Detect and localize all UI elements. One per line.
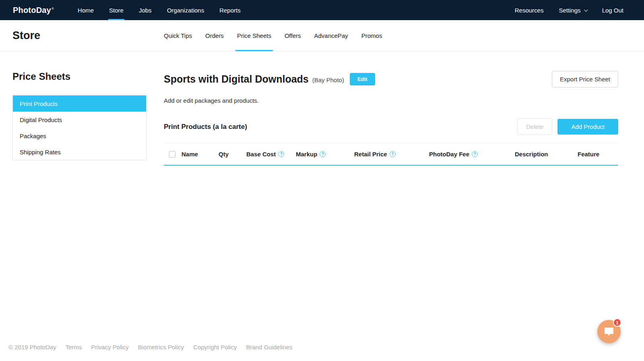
footer-link-brand-guidelines[interactable]: Brand Guidelines [246,344,292,351]
sidebar-menu: Print Products Digital Products Packages… [12,95,147,160]
column-label: Name [182,151,198,158]
sheet-description: Add or edit packages and products. [164,97,618,104]
table-header-row: Name Qty Base Cost ? Markup ? Retail Pri… [164,143,618,166]
column-label: Description [515,151,548,158]
price-sheet-detail: Sports with Digital Downloads (Bay Photo… [164,71,618,166]
column-label: Base Cost [246,151,276,158]
content-area: Price Sheets Print Products Digital Prod… [0,52,644,166]
nav-home[interactable]: Home [78,0,94,20]
column-label: Markup [296,151,317,158]
help-icon[interactable]: ? [472,151,478,157]
section-title: Print Products (a la carte) [164,123,247,131]
column-label: PhotoDay Fee [429,151,469,158]
primary-nav: Home Store Jobs Organizations Reports [70,0,248,20]
column-header-photoday-fee: PhotoDay Fee ? [429,151,515,158]
column-header-description: Description [515,151,578,158]
column-label: Retail Price [354,151,387,158]
table-header-select [164,151,182,158]
help-icon[interactable]: ? [278,151,284,157]
nav-jobs[interactable]: Jobs [139,0,152,20]
footer-link-terms[interactable]: Terms [66,344,82,351]
page-title: Store [12,20,164,51]
column-header-retail-price: Retail Price ? [354,151,429,158]
add-product-button[interactable]: Add Product [557,119,618,135]
secondary-nav: Resources Settings Log Out [507,0,631,20]
delete-button[interactable]: Delete [517,118,552,135]
sheet-title: Sports with Digital Downloads [164,74,309,85]
column-header-feature: Feature [578,151,618,158]
footer-link-copyright-policy[interactable]: Copyright Policy [193,344,237,351]
chat-launcher-button[interactable]: 1 [597,320,621,343]
nav-resources[interactable]: Resources [515,0,544,20]
help-icon[interactable]: ? [390,151,396,157]
store-tabs: Quick Tips Orders Price Sheets Offers Ad… [164,20,395,51]
tab-offers[interactable]: Offers [285,20,301,51]
copyright-text: © 2019 PhotoDay [8,344,56,351]
tab-price-sheets[interactable]: Price Sheets [237,20,271,51]
tab-advancepay[interactable]: AdvancePay [314,20,348,51]
sidebar-title: Price Sheets [12,71,147,82]
tab-orders[interactable]: Orders [205,20,224,51]
sheet-header: Sports with Digital Downloads (Bay Photo… [164,71,618,87]
brand-trademark: ® [52,7,54,10]
column-header-base-cost: Base Cost ? [246,151,296,158]
print-products-table: Name Qty Base Cost ? Markup ? Retail Pri… [164,143,618,166]
footer-link-biometrics-policy[interactable]: Biometrics Policy [138,344,184,351]
tab-promos[interactable]: Promos [361,20,382,51]
column-label: Feature [578,151,599,158]
nav-organizations[interactable]: Organizations [167,0,204,20]
column-header-markup: Markup ? [296,151,354,158]
footer-link-privacy-policy[interactable]: Privacy Policy [91,344,128,351]
column-header-name: Name [182,151,219,158]
footer: © 2019 PhotoDay Terms Privacy Policy Bio… [8,344,302,351]
photoday-logo[interactable]: PhotoDay® [13,0,54,20]
sheet-lab-name: (Bay Photo) [312,77,344,83]
nav-settings[interactable]: Settings [559,0,586,20]
column-label: Qty [219,151,229,158]
chevron-down-icon [584,8,588,12]
column-header-qty: Qty [219,151,246,158]
select-all-checkbox[interactable] [169,151,175,158]
help-icon[interactable]: ? [320,151,326,157]
sidebar-item-packages[interactable]: Packages [13,128,146,144]
export-price-sheet-button[interactable]: Export Price Sheet [552,71,618,87]
tab-quick-tips[interactable]: Quick Tips [164,20,192,51]
nav-logout[interactable]: Log Out [602,0,623,20]
print-products-section-header: Print Products (a la carte) Delete Add P… [164,118,618,135]
sidebar-item-shipping-rates[interactable]: Shipping Rates [13,144,146,160]
nav-store[interactable]: Store [109,0,124,20]
sidebar-item-print-products[interactable]: Print Products [13,95,146,112]
chat-bubble-icon [604,326,614,337]
chat-unread-badge: 1 [613,318,621,327]
price-sheets-sidebar: Price Sheets Print Products Digital Prod… [12,71,147,166]
edit-button[interactable]: Edit [350,73,375,85]
nav-settings-label: Settings [559,7,580,14]
top-navbar: PhotoDay® Home Store Jobs Organizations … [0,0,644,20]
brand-text: PhotoDay [13,6,51,15]
nav-reports[interactable]: Reports [219,0,241,20]
sidebar-item-digital-products[interactable]: Digital Products [13,112,146,128]
store-subheader: Store Quick Tips Orders Price Sheets Off… [0,20,644,52]
